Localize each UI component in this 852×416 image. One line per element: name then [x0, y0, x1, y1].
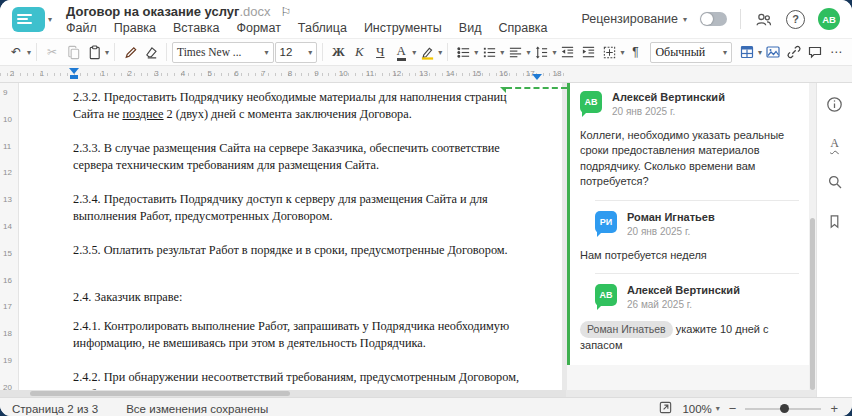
menu-insert[interactable]: Вставка — [173, 21, 219, 35]
app-menu-button[interactable]: ▾ — [0, 0, 58, 38]
comment-date: 26 май 2025 г. — [627, 299, 740, 310]
review-mode-dropdown[interactable]: Рецензирование ▾ — [581, 12, 687, 26]
commented-text: позднее — [122, 107, 163, 121]
menu-edit[interactable]: Правка — [114, 21, 156, 35]
comment-date: 20 янв 2025 г. — [627, 226, 715, 237]
horizontal-scrollbar[interactable] — [0, 390, 566, 397]
zoom-slider[interactable] — [745, 408, 821, 410]
font-color-button[interactable]: А — [391, 41, 411, 63]
ruler-number: 12 — [392, 69, 401, 78]
comment-item[interactable]: АВ Алексей Вертинский 26 май 2025 г. Ром… — [595, 284, 799, 353]
font-name-select[interactable]: Times New ...▾ — [172, 42, 273, 63]
paste-icon[interactable] — [84, 41, 104, 63]
ruler-number: 6 — [234, 69, 238, 78]
search-icon[interactable] — [824, 171, 846, 193]
document-extension: .docx — [239, 4, 270, 19]
user-avatar[interactable]: АВ — [818, 8, 840, 30]
scrollbar-thumb[interactable] — [30, 391, 290, 396]
copy-icon[interactable] — [63, 41, 83, 63]
comment-author: Роман Игнатьев — [627, 211, 715, 223]
mention-chip: Роман Игнатьев — [580, 321, 673, 338]
comment-item[interactable]: АВ Алексей Вертинский 20 янв 2025 г. Кол… — [580, 91, 799, 190]
v-ruler[interactable]: 91011121314151617181920 — [0, 83, 19, 397]
insert-image-icon[interactable] — [763, 41, 783, 63]
ruler-number: 11 — [3, 142, 11, 151]
font-color-caret[interactable]: ▾ — [412, 48, 416, 57]
ruler-number: 8 — [288, 69, 292, 78]
insert-link-icon[interactable] — [784, 41, 804, 63]
underline-button[interactable]: Ч — [370, 41, 390, 63]
vertical-scrollbar[interactable] — [809, 83, 816, 390]
align-left-icon[interactable] — [505, 41, 525, 63]
comment-thread[interactable]: АВ Алексей Вертинский 20 янв 2025 г. Кол… — [567, 83, 809, 365]
format-painter-icon[interactable] — [120, 41, 140, 63]
clear-style-eraser-icon[interactable] — [141, 41, 161, 63]
paragraph-2-4: 2.4. Заказчик вправе: — [73, 289, 533, 306]
page-indicator[interactable]: Страница 2 из 3 — [12, 403, 98, 415]
more-tools-icon[interactable]: ⋯ — [826, 41, 846, 63]
numbered-list-caret[interactable]: ▾ — [500, 48, 504, 57]
paragraph-2-3-2: 2.3.2. Предоставить Подрядчику необходим… — [73, 89, 533, 123]
zoom-slider-handle[interactable] — [780, 404, 789, 413]
insert-table-caret[interactable]: ▾ — [758, 48, 762, 57]
numbered-list-icon[interactable] — [479, 41, 499, 63]
ruler-number: 2 — [127, 69, 131, 78]
paragraph-borders-icon[interactable] — [599, 41, 619, 63]
borders-caret[interactable]: ▾ — [620, 48, 624, 57]
menu-table[interactable]: Таблица — [298, 21, 347, 35]
ruler-number: 11 — [366, 69, 374, 78]
menu-help[interactable]: Справка — [498, 21, 547, 35]
increase-indent-icon[interactable] — [578, 41, 598, 63]
insert-table-icon[interactable] — [737, 41, 757, 63]
highlight-color-icon[interactable] — [417, 41, 437, 63]
indent-marker-left[interactable] — [69, 68, 79, 74]
menu-format[interactable]: Формат — [236, 21, 280, 35]
bold-button[interactable]: Ж — [328, 41, 348, 63]
line-spacing-caret[interactable]: ▾ — [552, 48, 556, 57]
italic-button[interactable]: К — [349, 41, 369, 63]
ruler-number: 9 — [3, 88, 7, 97]
decrease-indent-icon[interactable] — [557, 41, 577, 63]
undo-icon[interactable]: ↶ — [6, 41, 26, 63]
undo-history-caret[interactable]: ▾ — [27, 48, 31, 57]
menu-file[interactable]: Файл — [66, 21, 97, 35]
ruler-number: 4 — [181, 69, 185, 78]
cut-icon[interactable]: ✂ — [42, 41, 62, 63]
align-caret[interactable]: ▾ — [526, 48, 530, 57]
spellcheck-icon[interactable]: А — [824, 132, 846, 154]
comments-panel: АВ Алексей Вертинский 20 янв 2025 г. Кол… — [567, 83, 809, 390]
bullet-list-icon[interactable] — [453, 41, 473, 63]
h-ruler[interactable]: 21123456789101112131415161718 — [0, 66, 852, 83]
document-page[interactable]: 2.3.2. Предоставить Подрядчику необходим… — [19, 83, 562, 390]
ruler-number: 3 — [154, 69, 158, 78]
font-size-select[interactable]: 12▾ — [275, 42, 318, 63]
review-toggle[interactable] — [700, 12, 727, 26]
ruler-number: 1 — [101, 69, 105, 78]
comment-anchor-connector — [506, 87, 567, 89]
menu-view[interactable]: Вид — [459, 21, 482, 35]
about-info-icon[interactable] — [824, 93, 846, 115]
highlight-color-caret[interactable]: ▾ — [438, 48, 442, 57]
zoom-level-select[interactable]: 100%▾ — [682, 403, 719, 415]
comment-item[interactable]: РИ Роман Игнатьев 20 янв 2025 г. Нам пот… — [595, 211, 799, 263]
ruler-number: 7 — [261, 69, 265, 78]
comment-text: Коллеги, необходимо указать реальные сро… — [580, 128, 799, 190]
paste-options-caret[interactable]: ▾ — [105, 48, 109, 57]
collaboration-users-icon[interactable] — [754, 11, 773, 28]
indent-marker-left-base[interactable] — [70, 75, 78, 79]
line-spacing-icon[interactable] — [531, 41, 551, 63]
menu-tools[interactable]: Инструменты — [364, 21, 442, 35]
nonprinting-characters-icon[interactable]: ¶ — [625, 41, 645, 63]
ruler-number: 18 — [3, 329, 12, 338]
paragraph-style-select[interactable]: Обычный▾ — [650, 42, 732, 63]
bookmark-icon[interactable] — [824, 210, 846, 232]
paragraph-2-3-4: 2.3.4. Предоставить Подрядчику доступ к … — [73, 191, 533, 225]
scrollbar-thumb[interactable] — [810, 218, 815, 390]
zoom-out-button[interactable]: − — [729, 402, 737, 415]
zoom-in-button[interactable]: + — [830, 402, 838, 415]
fit-width-icon[interactable] — [658, 400, 673, 416]
bullet-list-caret[interactable]: ▾ — [474, 48, 478, 57]
help-icon[interactable]: ? — [786, 10, 805, 29]
favorite-flag-icon[interactable]: ⚐ — [281, 5, 292, 19]
insert-comment-icon[interactable] — [805, 41, 825, 63]
